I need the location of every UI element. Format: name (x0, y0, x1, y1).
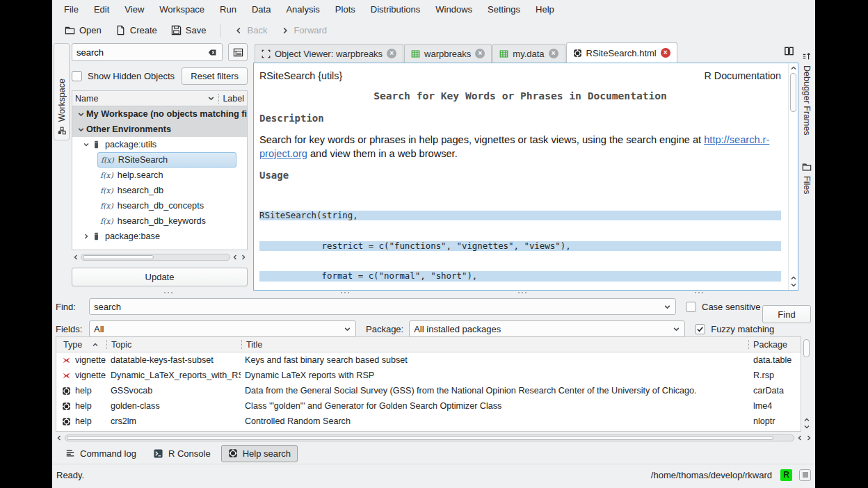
open-button[interactable]: Open (59, 22, 107, 38)
reset-filters-button[interactable]: Reset filters (182, 67, 248, 85)
workspace-icon (57, 126, 67, 136)
workspace-tool-tab[interactable]: Workspace (54, 43, 70, 140)
tree-item-hsearch-db[interactable]: f(x) hsearch_db (72, 183, 247, 198)
debugger-frames-icon (802, 51, 812, 61)
menu-analysis[interactable]: Analysis (278, 1, 327, 17)
tree-item-my-workspace[interactable]: My Workspace (no objects matching filter (72, 106, 247, 122)
scroll-left-icon[interactable] (56, 434, 63, 441)
tree-item-other-environments[interactable]: Other Environments (72, 122, 247, 137)
toolbar-separator (220, 24, 220, 38)
folder-icon (802, 162, 812, 172)
tree-item-hsearch-db-keywords[interactable]: f(x) hsearch_db_keywords (72, 213, 247, 229)
document-scrollbar[interactable] (788, 63, 798, 290)
find-button[interactable]: Find (762, 305, 811, 323)
create-button[interactable]: Create (110, 22, 163, 38)
scroll-left-icon[interactable] (72, 254, 79, 261)
menu-help[interactable]: Help (528, 1, 562, 17)
menu-view[interactable]: View (117, 1, 152, 17)
chevron-down-icon[interactable] (207, 95, 215, 102)
result-row[interactable]: help crs2lm Controlled Random Search nlo… (56, 414, 801, 429)
sort-ascending-icon (92, 341, 99, 348)
menu-data[interactable]: Data (244, 1, 278, 17)
help-document-panel: RSiteSearch {utils} R Documentation Sear… (253, 63, 798, 291)
menu-settings[interactable]: Settings (480, 1, 528, 17)
title-column-header[interactable]: Title (242, 340, 748, 350)
main-toolbar: Open Create Save Back Forward (52, 19, 815, 42)
package-column-header[interactable]: Package (749, 340, 801, 350)
interrupt-r-button[interactable] (799, 469, 811, 481)
scroll-up-icon[interactable] (790, 65, 797, 72)
tab-my-data[interactable]: my.data × (492, 44, 565, 63)
result-row[interactable]: vignette Dynamic_LaTeX_reports_with_RSP … (56, 368, 801, 383)
clear-search-icon[interactable] (207, 48, 218, 57)
scroll-right-icon[interactable] (805, 434, 812, 441)
fuzzy-matching-checkbox[interactable] (695, 324, 705, 334)
chevron-right-icon (83, 233, 90, 240)
scroll-down-icon[interactable] (790, 282, 797, 288)
result-row[interactable]: help golden-class Class '"golden"' and G… (56, 398, 801, 414)
show-hidden-checkbox[interactable] (72, 71, 82, 81)
menu-run[interactable]: Run (212, 1, 244, 17)
close-icon[interactable]: × (387, 49, 396, 58)
scroll-up-icon[interactable] (790, 275, 797, 282)
close-icon[interactable]: × (661, 48, 670, 58)
menu-file[interactable]: File (56, 1, 86, 17)
fields-combobox[interactable]: All (89, 320, 356, 337)
scroll-right-icon[interactable] (240, 254, 247, 261)
update-button[interactable]: Update (72, 268, 248, 286)
help-search-form: Find: search Case sensitive Fields: All … (52, 295, 815, 336)
find-combobox[interactable]: search (89, 298, 676, 315)
tree-item-package-utils[interactable]: package:utils (72, 137, 247, 152)
close-icon[interactable]: × (549, 49, 558, 58)
topic-column-header[interactable]: Topic (107, 340, 241, 350)
split-view-button[interactable] (784, 46, 794, 58)
vignette-icon (62, 371, 71, 380)
tree-item-hsearch-db-concepts[interactable]: f(x) hsearch_db_concepts (72, 198, 247, 213)
r-console-tab[interactable]: R Console (147, 446, 217, 462)
scroll-left-icon[interactable] (796, 434, 803, 441)
menu-edit[interactable]: Edit (86, 1, 117, 17)
tree-item-package-base[interactable]: package:base (72, 229, 247, 244)
tab-warpbreaks[interactable]: warpbreaks × (404, 44, 492, 63)
menu-plots[interactable]: Plots (328, 1, 363, 17)
command-log-tab[interactable]: Command log (59, 446, 143, 462)
view-options-button[interactable] (228, 43, 248, 61)
tree-label: package:utils (105, 140, 156, 149)
menu-workspace[interactable]: Workspace (152, 1, 212, 17)
back-button[interactable]: Back (229, 22, 273, 38)
scroll-down-icon[interactable] (803, 423, 810, 430)
case-sensitive-checkbox[interactable] (686, 302, 696, 312)
tab-rsitesearch-html[interactable]: RSiteSearch.html × (566, 42, 677, 63)
help-page-icon (573, 49, 582, 58)
results-horizontal-scrollbar[interactable] (56, 432, 812, 443)
help-search-tab[interactable]: Help search (221, 445, 298, 462)
save-button[interactable]: Save (166, 22, 212, 38)
files-tool-tab[interactable]: Files (802, 156, 812, 194)
tree-horizontal-scrollbar[interactable] (72, 252, 248, 262)
workspace-search-input[interactable] (77, 47, 207, 58)
scroll-left-icon[interactable] (232, 254, 239, 261)
tab-object-viewer-warpbreaks[interactable]: Object Viewer: warpbreaks × (255, 44, 403, 63)
help-search-label: Help search (243, 448, 291, 459)
scroll-up-icon[interactable] (803, 416, 810, 423)
rkward-window: File Edit View Workspace Run Data Analys… (52, 0, 815, 488)
open-label: Open (79, 25, 102, 35)
type-column-header[interactable]: Type (63, 340, 82, 350)
tree-item-help-search[interactable]: f(x) help.search (72, 168, 247, 183)
split-view-icon (784, 46, 794, 56)
name-column-header[interactable]: Name (75, 94, 98, 104)
back-label: Back (247, 25, 267, 35)
result-row[interactable]: help GSSvocab Data from the General Soci… (56, 383, 801, 398)
label-column-header[interactable]: Label (223, 94, 244, 104)
menu-distributions[interactable]: Distributions (363, 1, 428, 17)
forward-button[interactable]: Forward (275, 22, 332, 38)
package-combobox[interactable]: All installed packages (409, 320, 685, 337)
description-heading: Description (259, 113, 781, 124)
tree-item-rsitesearch[interactable]: f(x) RSiteSearch (97, 152, 236, 168)
close-icon[interactable]: × (475, 49, 485, 58)
r-console-label: R Console (168, 448, 211, 459)
debugger-frames-tool-tab[interactable]: Debugger Frames (802, 46, 812, 136)
results-vertical-scrollbar[interactable] (801, 336, 812, 432)
menu-windows[interactable]: Windows (428, 1, 480, 17)
result-row[interactable]: vignette datatable-keys-fast-subset Keys… (56, 352, 801, 368)
